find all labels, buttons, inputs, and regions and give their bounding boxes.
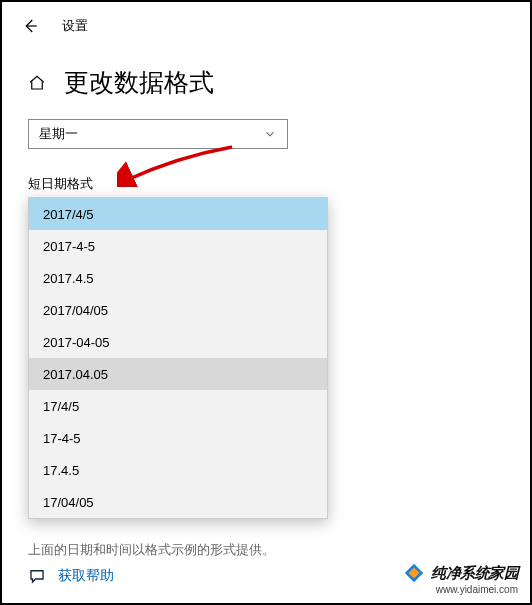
back-arrow-icon — [21, 17, 39, 35]
dropdown-item[interactable]: 17.4.5 — [29, 454, 327, 486]
dropdown-item[interactable]: 17-4-5 — [29, 422, 327, 454]
dropdown-item[interactable]: 17/4/5 — [29, 390, 327, 422]
dropdown-item[interactable]: 2017/04/05 — [29, 294, 327, 326]
help-label: 获取帮助 — [58, 567, 114, 585]
header-title: 设置 — [62, 18, 88, 35]
page-title: 更改数据格式 — [64, 66, 214, 99]
get-help-link[interactable]: 获取帮助 — [28, 567, 114, 585]
dropdown-item[interactable]: 17/04/05 — [29, 486, 327, 518]
home-icon — [28, 74, 46, 92]
page-heading-row: 更改数据格式 — [28, 66, 504, 99]
watermark-logo-icon — [403, 562, 425, 584]
main-content: 更改数据格式 星期一 短日期格式 — [2, 50, 530, 193]
watermark-brand: 纯净系统家园 — [431, 564, 518, 583]
header-bar: 设置 — [2, 2, 530, 50]
watermark: 纯净系统家园 www.yidaimei.com — [403, 562, 518, 595]
short-date-format-label: 短日期格式 — [28, 175, 504, 193]
weekday-combobox[interactable]: 星期一 — [28, 119, 288, 149]
dropdown-item[interactable]: 2017.4.5 — [29, 262, 327, 294]
dropdown-item[interactable]: 2017/4/5 — [29, 198, 327, 230]
chevron-down-icon — [263, 127, 277, 141]
format-hint-text: 上面的日期和时间以格式示例的形式提供。 — [28, 541, 275, 559]
help-chat-icon — [28, 567, 46, 585]
dropdown-item[interactable]: 2017-4-5 — [29, 230, 327, 262]
dropdown-item[interactable]: 2017-04-05 — [29, 326, 327, 358]
watermark-url: www.yidaimei.com — [436, 584, 518, 595]
combobox-value: 星期一 — [39, 125, 78, 143]
back-button[interactable] — [20, 16, 40, 36]
dropdown-item[interactable]: 2017.04.05 — [29, 358, 327, 390]
short-date-format-dropdown: 2017/4/5 2017-4-5 2017.4.5 2017/04/05 20… — [28, 197, 328, 519]
